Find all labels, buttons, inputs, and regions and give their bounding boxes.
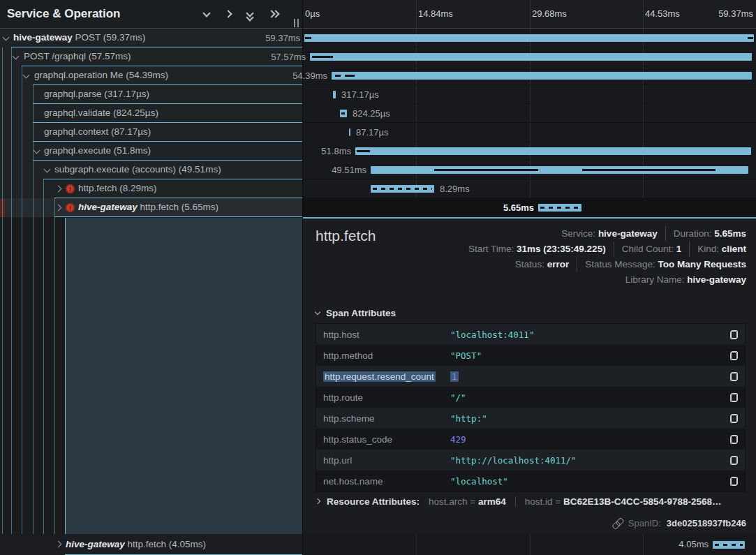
trace-tree-row[interactable]: hive-gateway http.fetch (4.05ms) [0,534,303,555]
child-span-marker [341,112,345,114]
span-tree-bottom-row: hive-gateway http.fetch (4.05ms) [0,534,303,555]
duration-label: 49.51ms [332,161,366,179]
span-bar[interactable] [355,147,751,155]
attribute-row[interactable]: http.host"localhost:4011" [316,324,745,345]
span-row-label: POST /graphql (57.57ms) [0,47,302,66]
operation-label: http.fetch (5.65ms) [140,202,219,212]
span-row-label: graphql.execute (51.8ms) [0,142,302,160]
grid-line [530,0,531,28]
duration-label: 824.25µs [353,104,390,123]
copy-icon[interactable] [730,372,738,381]
collapse-one-icon[interactable] [202,9,212,19]
resource-attributes-row[interactable]: Resource Attributes: host.arch = arm64ho… [316,496,722,507]
trace-tree-row[interactable]: graphql.execute (51.8ms) [0,142,302,161]
meta-value: hive-gateway [598,228,658,239]
trace-tree-row[interactable]: subgraph.execute (accounts) (49.51ms) [0,161,302,179]
child-span-marker [357,150,370,152]
meta-group: Status Message: Too Many Requests [577,257,746,272]
equals-sign: = [468,496,478,507]
duration-label: 59.37ms [265,29,300,47]
expand-one-icon[interactable] [224,9,234,19]
duration-label: 5.65ms [503,198,534,217]
span-row-label: hive-gateway http.fetch (4.05ms) [0,534,303,554]
waterfall-row[interactable]: 5.65ms [303,198,756,217]
trace-tree-row[interactable]: POST /graphql (57.57ms) [0,47,302,66]
attribute-row[interactable]: net.host.name"localhost" [316,471,745,491]
waterfall-row[interactable]: 317.17µs [303,85,756,104]
meta-group: Duration: 5.65ms [665,226,746,242]
meta-line: Library Name: hive-gateway [468,272,746,288]
collapse-all-icon[interactable] [246,9,255,19]
copy-icon[interactable] [730,456,738,465]
link-icon[interactable] [609,516,624,531]
span-row-label: graphql.parse (317.17µs) [0,85,302,103]
attribute-row[interactable]: http.status_code429 [316,429,745,450]
span-bar[interactable] [304,34,754,42]
span-bar[interactable] [340,110,347,117]
attribute-value: "/" [450,392,725,403]
chevron-down-icon [315,309,320,315]
trace-tree-row[interactable]: http.fetch (8.29ms) [0,179,302,198]
attribute-key: http.host [323,330,450,340]
indent-guide [22,66,22,555]
span-bar[interactable] [333,91,336,98]
copy-icon[interactable] [730,351,738,360]
attribute-row[interactable]: http.method"POST" [316,345,745,366]
span-title: http.fetch [316,228,376,244]
trace-tree-row[interactable]: hive-gateway http.fetch (5.65ms) [0,198,302,217]
resource-attributes-title: Resource Attributes: [327,496,420,507]
waterfall-row[interactable]: 57.57ms [303,47,756,66]
trace-tree-row[interactable]: graphql.parse (317.17µs) [0,85,302,104]
panel-resize-handle[interactable] [294,19,300,28]
meta-label: Child Count: [622,244,676,254]
waterfall-row[interactable]: 4.05ms [303,534,756,555]
attribute-row[interactable]: http.scheme"http:" [316,408,745,429]
span-bar[interactable] [713,541,745,549]
tree-panel-header: Service & Operation [0,0,302,29]
copy-icon[interactable] [730,414,738,423]
child-span-marker [335,75,341,77]
copy-icon[interactable] [730,330,738,339]
waterfall-row[interactable]: 59.37ms [303,29,756,47]
waterfall-row[interactable]: 51.8ms [303,142,756,161]
waterfall-row[interactable]: 824.25µs [303,104,756,123]
span-bar[interactable] [349,128,350,136]
trace-tree-row[interactable]: graphql.validate (824.25µs) [0,104,302,123]
copy-icon[interactable] [730,393,738,402]
ruler-tick-label: 0µs [305,0,320,28]
waterfall-row[interactable]: 8.29ms [303,179,756,198]
child-span-marker [305,37,311,39]
attribute-row[interactable]: http.route"/" [316,387,745,408]
attribute-row[interactable]: http.url"http://localhost:4011/" [316,450,745,471]
meta-label: Service: [561,228,598,239]
error-icon [66,203,75,212]
trace-tree-row[interactable]: graphql.context (87.17µs) [0,123,302,142]
span-bar[interactable] [310,53,752,61]
service-name: hive-gateway [66,539,125,549]
span-bar[interactable] [371,185,434,193]
span-bar[interactable] [538,204,581,212]
copy-icon[interactable] [730,477,738,486]
waterfall-row[interactable]: 49.51ms [303,161,756,179]
span-attributes-title: Span Attributes [326,308,396,318]
attributes-table: http.host"localhost:4011"http.method"POS… [316,323,746,492]
span-bar[interactable] [371,166,748,174]
meta-label: Kind: [697,244,722,254]
meta-value: 31ms (23:35:49.225) [517,244,606,254]
meta-group: Status: error [515,257,569,272]
meta-line: Service: hive-gatewayDuration: 5.65ms [468,226,746,242]
operation-label: http.fetch (8.29ms) [78,183,157,193]
trace-tree-row[interactable]: graphql.operation Me (54.39ms) [0,66,302,85]
meta-label: Status Message: [585,259,658,269]
expand-all-icon[interactable] [267,9,277,19]
indent-guide [11,47,12,555]
waterfall-row[interactable]: 87.17µs [303,123,756,142]
copy-icon[interactable] [730,435,738,444]
attribute-row[interactable]: http.request.resend_count1 [316,366,745,387]
span-tree: hive-gateway POST (59.37ms)POST /graphql… [0,29,302,217]
span-bar[interactable] [332,72,752,80]
attribute-value: 429 [450,434,725,445]
waterfall-row[interactable]: 54.39ms [303,66,756,85]
span-attributes-header[interactable]: Span Attributes [316,308,396,318]
trace-tree-row[interactable]: hive-gateway POST (59.37ms) [0,29,302,47]
